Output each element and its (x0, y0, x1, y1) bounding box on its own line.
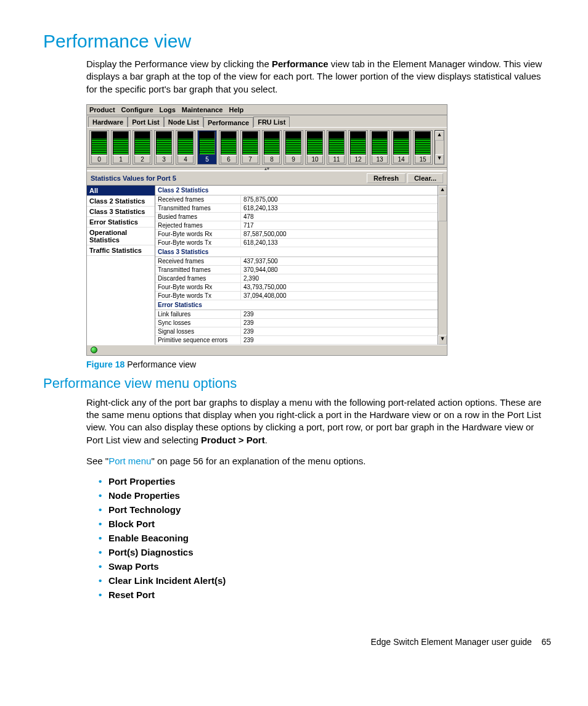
category-item[interactable]: Class 2 Statistics (87, 196, 155, 207)
stat-key: Busied frames (155, 213, 241, 221)
see-paragraph: See "Port menu" on page 56 for an explan… (43, 455, 551, 467)
stat-row: Primitive sequence errors239 (155, 336, 438, 345)
stat-row: Signal losses239 (155, 327, 438, 336)
port-6[interactable]: 6 (219, 130, 239, 165)
para2-bold: Product > Port (201, 435, 265, 445)
port-number: 10 (307, 155, 323, 163)
stat-key: Rejected frames (155, 221, 241, 229)
port-11[interactable]: 11 (327, 130, 346, 165)
status-indicator-icon (91, 347, 97, 353)
port-7[interactable]: 7 (240, 130, 260, 165)
port-0[interactable]: 0 (89, 130, 109, 165)
port-15[interactable]: 15 (413, 130, 433, 165)
table-scrollbar[interactable]: ▲ ▼ (438, 186, 447, 345)
scroll-down-icon[interactable]: ▼ (435, 154, 444, 164)
tab-fru-list[interactable]: FRU List (253, 117, 290, 127)
menu-item: Swap Ports (99, 561, 551, 572)
ports-scrollbar[interactable]: ▲▼ (435, 130, 444, 165)
port-bargraph-icon (113, 131, 129, 155)
port-number: 14 (393, 155, 409, 163)
port-2[interactable]: 2 (133, 130, 152, 165)
tab-node-list[interactable]: Node List (164, 117, 203, 127)
port-number: 12 (350, 155, 366, 163)
port-bargraph-icon (178, 131, 194, 155)
stat-key: Transmitted frames (155, 204, 241, 212)
scroll-up-icon[interactable]: ▲ (438, 186, 447, 195)
refresh-button[interactable]: Refresh (367, 173, 406, 183)
stat-key: Link failures (155, 310, 241, 318)
stat-group-header: Class 2 Statistics (155, 186, 438, 195)
stat-key: Discarded frames (155, 274, 241, 282)
category-item[interactable]: Error Statistics (87, 217, 155, 228)
port-menu-link[interactable]: Port menu (108, 456, 151, 466)
port-1[interactable]: 1 (111, 130, 131, 165)
stat-value: 239 (241, 310, 438, 318)
stat-value: 2,390 (241, 274, 438, 282)
footer-title: Edge Switch Element Manager user guide (370, 637, 531, 647)
port-number: 9 (285, 155, 301, 163)
stat-value: 717 (241, 221, 438, 229)
menu-configure[interactable]: Configure (121, 106, 153, 113)
scroll-thumb[interactable] (438, 195, 447, 221)
port-9[interactable]: 9 (284, 130, 303, 165)
menu-logs[interactable]: Logs (160, 106, 176, 113)
stat-row: Transmitted frames370,944,080 (155, 266, 438, 274)
stat-value: 37,094,408,000 (241, 292, 438, 300)
stat-key: Received frames (155, 195, 241, 203)
category-item[interactable]: Traffic Statistics (87, 245, 155, 256)
figure-text: Performance view (127, 359, 196, 369)
menu-item: Port(s) Diagnostics (99, 547, 551, 557)
menu-item: Port Technology (99, 504, 551, 515)
port-12[interactable]: 12 (348, 130, 368, 165)
scroll-down-icon[interactable]: ▼ (438, 335, 447, 345)
port-3[interactable]: 3 (154, 130, 174, 165)
menu-item: Reset Port (99, 589, 551, 600)
clear-button[interactable]: Clear... (407, 173, 443, 183)
stat-row: Four-Byte words Tx618,240,133 (155, 239, 438, 247)
stat-key: Sync losses (155, 319, 241, 327)
port-5[interactable]: 5 (197, 130, 217, 165)
tab-performance[interactable]: Performance (203, 117, 253, 128)
stat-value: 239 (241, 336, 438, 344)
stat-value: 618,240,133 (241, 239, 438, 247)
menu-items-list: Port PropertiesNode PropertiesPort Techn… (43, 476, 551, 600)
port-8[interactable]: 8 (262, 130, 282, 165)
port-13[interactable]: 13 (370, 130, 390, 165)
footer-page: 65 (541, 637, 551, 647)
port-bargraph-icon (415, 131, 431, 155)
figure-label: Figure 18 (86, 359, 125, 369)
category-item[interactable]: Operational Statistics (87, 228, 155, 245)
port-bargraph-icon (156, 131, 172, 155)
menu-options-paragraph: Right-click any of the port bar graphs t… (43, 396, 551, 446)
stat-row: Four-Byte words Rx43,793,750,000 (155, 283, 438, 292)
stat-value: 43,793,750,000 (241, 283, 438, 291)
stats-title: Statistics Values for Port 5 (91, 174, 176, 182)
port-number: 5 (199, 155, 215, 163)
menu-product[interactable]: Product (89, 106, 115, 113)
port-number: 2 (134, 155, 150, 163)
port-number: 6 (221, 155, 237, 163)
stats-body: AllClass 2 StatisticsClass 3 StatisticsE… (87, 186, 447, 345)
stat-key: Signal losses (155, 327, 241, 335)
tab-hardware[interactable]: Hardware (88, 117, 128, 127)
menu-help[interactable]: Help (229, 106, 243, 113)
port-bargraph-icon (329, 131, 345, 155)
category-item[interactable]: All (87, 186, 155, 196)
stats-header: Statistics Values for Port 5 Refresh Cle… (87, 171, 447, 186)
menu-maintenance[interactable]: Maintenance (182, 106, 223, 113)
scroll-up-icon[interactable]: ▲ (435, 131, 444, 141)
stat-key: Four-Byte words Tx (155, 239, 241, 247)
menu-item: Enable Beaconing (99, 533, 551, 543)
port-10[interactable]: 10 (305, 130, 325, 165)
port-bargraph-icon (350, 131, 366, 155)
port-14[interactable]: 14 (391, 130, 411, 165)
category-item[interactable]: Class 3 Statistics (87, 207, 155, 217)
menubar: Product Configure Logs Maintenance Help (87, 105, 447, 115)
tab-port-list[interactable]: Port List (128, 117, 164, 127)
heading-performance-view: Performance view (43, 31, 551, 52)
stat-value: 239 (241, 319, 438, 327)
port-4[interactable]: 4 (176, 130, 195, 165)
intro-bold: Performance (272, 59, 329, 69)
port-number: 8 (264, 155, 280, 163)
stat-key: Primitive sequence errors (155, 336, 241, 344)
